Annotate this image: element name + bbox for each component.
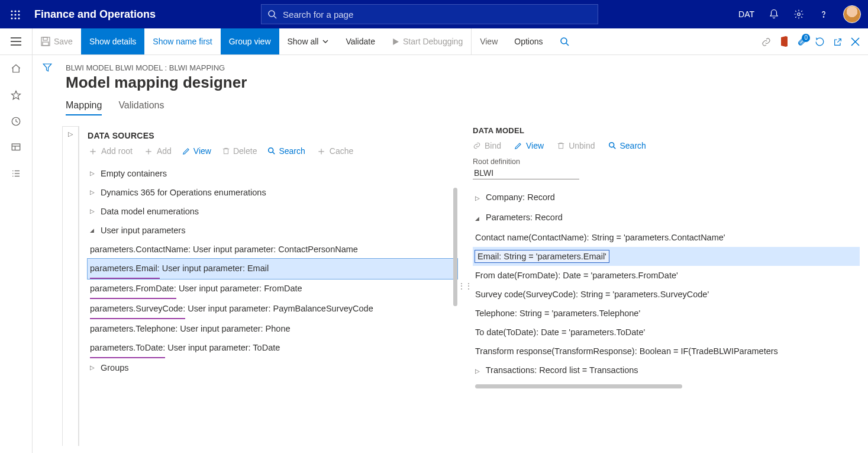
svg-point-2 <box>18 10 20 12</box>
tree-node[interactable]: Transactions: Record list = Transactions <box>473 361 860 381</box>
tree-leaf[interactable]: Contact name(ContactName): String = 'par… <box>473 228 860 247</box>
tree-leaf[interactable]: parameters.ToDate: User input parameter:… <box>88 338 457 358</box>
tab-mapping[interactable]: Mapping <box>66 100 102 115</box>
tree-leaf-selected[interactable]: parameters.Email: User input parameter: … <box>88 259 457 279</box>
nav-rail <box>0 55 33 453</box>
tab-validations[interactable]: Validations <box>118 100 164 115</box>
avatar[interactable] <box>843 5 861 23</box>
find-button[interactable] <box>551 28 577 54</box>
ds-add-root[interactable]: ＋Add root <box>88 146 133 156</box>
hamburger-icon[interactable] <box>0 28 33 54</box>
star-icon[interactable] <box>11 89 21 100</box>
svg-point-40 <box>609 143 614 147</box>
svg-point-8 <box>18 17 20 19</box>
svg-line-38 <box>273 152 275 155</box>
caret-icon[interactable] <box>475 362 481 381</box>
tree-node[interactable]: Parameters: Record <box>473 208 860 228</box>
tree-node[interactable]: Empty containers <box>88 164 457 183</box>
help-icon[interactable] <box>818 9 829 20</box>
save-button[interactable]: Save <box>33 28 81 54</box>
validate-button[interactable]: Validate <box>337 28 383 54</box>
ds-search[interactable]: Search <box>267 146 305 156</box>
ds-cache[interactable]: ＋Cache <box>316 146 353 156</box>
refresh-icon[interactable] <box>815 36 825 47</box>
caret-icon[interactable] <box>475 189 481 208</box>
caret-icon[interactable] <box>90 183 96 202</box>
dm-bind[interactable]: Bind <box>473 141 501 150</box>
root-def-label: Root definition <box>473 158 860 166</box>
gear-icon[interactable] <box>793 9 804 20</box>
scrollbar[interactable] <box>475 384 682 388</box>
svg-rect-18 <box>43 42 49 46</box>
svg-point-4 <box>14 14 16 15</box>
environment-label[interactable]: DAT <box>738 9 754 19</box>
office-icon[interactable] <box>779 36 789 47</box>
bell-icon[interactable] <box>769 9 779 20</box>
svg-point-1 <box>14 10 16 12</box>
close-icon[interactable] <box>851 37 860 47</box>
caret-icon[interactable] <box>90 202 96 221</box>
tree-leaf-selected[interactable]: Email: String = 'parameters.Email' <box>473 247 860 266</box>
caret-icon[interactable] <box>90 358 96 377</box>
ds-delete[interactable]: Delete <box>222 146 257 156</box>
group-view-button[interactable]: Group view <box>221 28 279 54</box>
page-title: Model mapping designer <box>62 72 868 100</box>
modules-icon[interactable] <box>11 168 21 179</box>
tree-leaf[interactable]: parameters.ContactName: User input param… <box>88 240 457 259</box>
show-name-first-button[interactable]: Show name first <box>144 28 220 54</box>
tree-leaf[interactable]: parameters.Telephone: User input paramet… <box>88 319 457 338</box>
splitter[interactable]: ⋮⋮ <box>457 126 473 446</box>
tree-node[interactable]: Company: Record <box>473 188 860 208</box>
dm-search[interactable]: Search <box>608 141 646 150</box>
tree-leaf[interactable]: Telephone: String = 'parameters.Telephon… <box>473 304 860 323</box>
data-sources-pane: DATA SOURCES ＋Add root ＋Add View Delete … <box>79 126 457 446</box>
svg-rect-26 <box>12 144 20 150</box>
recent-icon[interactable] <box>11 116 21 127</box>
save-label: Save <box>54 37 73 46</box>
svg-point-6 <box>11 17 12 19</box>
start-debugging-button[interactable]: Start Debugging <box>383 28 471 54</box>
root-def-value[interactable]: BLWI <box>473 167 579 179</box>
ds-add[interactable]: ＋Add <box>143 146 172 156</box>
options-menu[interactable]: Options <box>506 28 551 54</box>
tree-leaf[interactable]: parameters.SurveyCode: User input parame… <box>88 299 457 319</box>
tree-leaf[interactable]: To date(ToDate): Date = 'parameters.ToDa… <box>473 323 860 342</box>
workspace-icon[interactable] <box>11 142 21 153</box>
filter-icon[interactable] <box>42 62 53 453</box>
tabs: Mapping Validations <box>62 100 868 115</box>
caret-icon[interactable] <box>90 221 96 240</box>
save-icon <box>41 37 50 46</box>
ds-view[interactable]: View <box>182 146 211 156</box>
view-menu[interactable]: View <box>471 28 506 54</box>
waffle-icon[interactable] <box>7 8 24 21</box>
tree-node[interactable]: Groups <box>88 358 457 377</box>
app-bar: Finance and Operations Search for a page… <box>0 0 868 28</box>
popout-icon[interactable] <box>833 36 843 46</box>
search-icon <box>560 37 569 46</box>
tree-leaf[interactable]: Survey code(SurveyCode): String = 'param… <box>473 285 860 304</box>
svg-line-10 <box>274 16 276 18</box>
trash-icon <box>222 147 230 155</box>
tree-leaf[interactable]: From date(FromDate): Date = 'parameters.… <box>473 266 860 285</box>
show-all-dropdown[interactable]: Show all <box>279 28 338 54</box>
link-icon[interactable] <box>761 36 771 46</box>
svg-point-5 <box>18 14 20 15</box>
global-search[interactable]: Search for a page <box>261 4 598 24</box>
show-details-button[interactable]: Show details <box>81 28 144 54</box>
caret-icon[interactable] <box>475 209 481 228</box>
chevron-down-icon <box>322 38 329 45</box>
caret-icon[interactable] <box>90 164 96 183</box>
attach-icon[interactable]: 0 <box>797 36 806 47</box>
svg-point-11 <box>798 13 801 16</box>
dm-unbind[interactable]: Unbind <box>557 141 595 150</box>
dm-view[interactable]: View <box>514 141 544 150</box>
scrollbar[interactable] <box>453 188 457 306</box>
tree-leaf[interactable]: Transform response(TransformResponse): B… <box>473 342 860 361</box>
tree-node[interactable]: Data model enumerations <box>88 202 457 221</box>
tree-node[interactable]: User input parameters <box>88 221 457 240</box>
home-icon[interactable] <box>11 63 21 74</box>
pencil-icon <box>514 142 522 150</box>
tree-node[interactable]: Dynamics 365 for Operations enumerations <box>88 183 457 202</box>
tree-leaf[interactable]: parameters.FromDate: User input paramete… <box>88 279 457 299</box>
left-pane-expander[interactable]: ▷ <box>62 126 79 446</box>
